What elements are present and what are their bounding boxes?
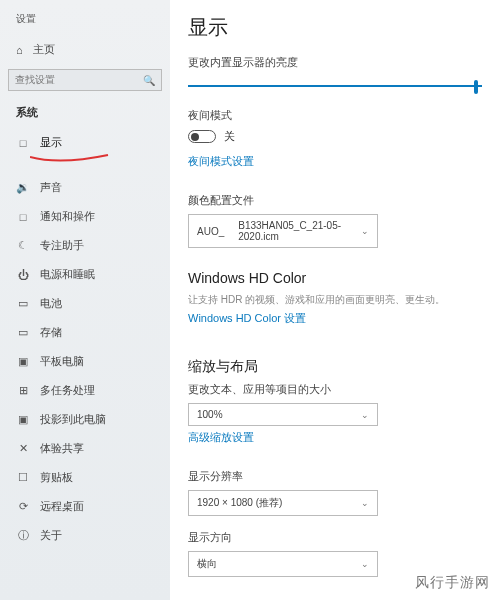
orientation-value: 横向 xyxy=(197,557,217,571)
chevron-down-icon: ⌄ xyxy=(361,559,369,569)
color-profile-label: 颜色配置文件 xyxy=(188,193,482,208)
app-title: 设置 xyxy=(8,8,170,36)
resolution-select[interactable]: 1920 × 1080 (推荐) ⌄ xyxy=(188,490,378,516)
night-mode-toggle[interactable] xyxy=(188,130,216,143)
sidebar-item-focus[interactable]: ☾ 专注助手 xyxy=(8,231,170,260)
home-label: 主页 xyxy=(33,42,55,57)
night-mode-label: 夜间模式 xyxy=(188,108,482,123)
page-title: 显示 xyxy=(188,14,482,41)
about-icon: ⓘ xyxy=(16,528,30,543)
multitask-icon: ⊞ xyxy=(16,384,30,397)
brightness-slider[interactable] xyxy=(188,78,482,94)
sidebar-item-label: 平板电脑 xyxy=(40,354,84,369)
share-icon: ✕ xyxy=(16,442,30,455)
sidebar-item-label: 显示 xyxy=(40,135,62,150)
focus-icon: ☾ xyxy=(16,239,30,252)
home-icon: ⌂ xyxy=(16,44,23,56)
hd-color-desc: 让支持 HDR 的视频、游戏和应用的画面更明亮、更生动。 xyxy=(188,292,482,307)
sidebar-item-tablet[interactable]: ▣ 平板电脑 xyxy=(8,347,170,376)
sidebar-item-label: 远程桌面 xyxy=(40,499,84,514)
main-content: 显示 更改内置显示器的亮度 夜间模式 关 夜间模式设置 颜色配置文件 AUO_ … xyxy=(170,0,500,600)
sidebar-item-sound[interactable]: 🔉 声音 xyxy=(8,173,170,202)
brightness-label: 更改内置显示器的亮度 xyxy=(188,55,482,70)
highlight-underline xyxy=(30,153,170,169)
sidebar-item-about[interactable]: ⓘ 关于 xyxy=(8,521,170,550)
orientation-select[interactable]: 横向 ⌄ xyxy=(188,551,378,577)
scale-value: 100% xyxy=(197,409,223,420)
battery-icon: ▭ xyxy=(16,297,30,310)
sidebar-item-share[interactable]: ✕ 体验共享 xyxy=(8,434,170,463)
scale-select[interactable]: 100% ⌄ xyxy=(188,403,378,426)
color-profile-value: B133HAN05_C_21-05-2020.icm xyxy=(238,220,347,242)
clipboard-icon: ☐ xyxy=(16,471,30,484)
search-placeholder: 查找设置 xyxy=(15,73,55,87)
sidebar-item-label: 体验共享 xyxy=(40,441,84,456)
sidebar-item-label: 电池 xyxy=(40,296,62,311)
hd-color-title: Windows HD Color xyxy=(188,270,482,286)
sidebar-item-label: 关于 xyxy=(40,528,62,543)
sidebar-item-clipboard[interactable]: ☐ 剪贴板 xyxy=(8,463,170,492)
scale-title: 缩放与布局 xyxy=(188,358,482,376)
sidebar-item-label: 投影到此电脑 xyxy=(40,412,106,427)
chevron-down-icon: ⌄ xyxy=(361,498,369,508)
sidebar-item-notifications[interactable]: □ 通知和操作 xyxy=(8,202,170,231)
sidebar-item-project[interactable]: ▣ 投影到此电脑 xyxy=(8,405,170,434)
slider-thumb[interactable] xyxy=(474,80,478,94)
scale-desc: 更改文本、应用等项目的大小 xyxy=(188,382,482,397)
watermark: 风行手游网 xyxy=(415,574,490,592)
sound-icon: 🔉 xyxy=(16,181,30,194)
section-label: 系统 xyxy=(8,101,170,128)
remote-icon: ⟳ xyxy=(16,500,30,513)
sidebar-item-label: 声音 xyxy=(40,180,62,195)
display-icon: □ xyxy=(16,137,30,149)
slider-track xyxy=(188,85,482,87)
night-mode-settings-link[interactable]: 夜间模式设置 xyxy=(188,154,254,169)
hd-color-link[interactable]: Windows HD Color 设置 xyxy=(188,311,306,326)
sidebar-item-label: 剪贴板 xyxy=(40,470,73,485)
chevron-down-icon: ⌄ xyxy=(361,226,369,236)
project-icon: ▣ xyxy=(16,413,30,426)
search-icon: 🔍 xyxy=(143,75,155,86)
sidebar-item-storage[interactable]: ▭ 存储 xyxy=(8,318,170,347)
storage-icon: ▭ xyxy=(16,326,30,339)
home-nav[interactable]: ⌂ 主页 xyxy=(8,36,170,63)
color-profile-select[interactable]: AUO_ B133HAN05_C_21-05-2020.icm ⌄ xyxy=(188,214,378,248)
orientation-label: 显示方向 xyxy=(188,530,482,545)
night-mode-value: 关 xyxy=(224,129,235,144)
sidebar-item-power[interactable]: ⏻ 电源和睡眠 xyxy=(8,260,170,289)
search-input[interactable]: 查找设置 🔍 xyxy=(8,69,162,91)
tablet-icon: ▣ xyxy=(16,355,30,368)
notifications-icon: □ xyxy=(16,211,30,223)
sidebar: 设置 ⌂ 主页 查找设置 🔍 系统 □ 显示 🔉 声音 □ 通知和操作 ☾ 专注… xyxy=(0,0,170,600)
sidebar-item-label: 通知和操作 xyxy=(40,209,95,224)
sidebar-item-label: 多任务处理 xyxy=(40,383,95,398)
sidebar-item-label: 电源和睡眠 xyxy=(40,267,95,282)
sidebar-item-remote[interactable]: ⟳ 远程桌面 xyxy=(8,492,170,521)
chevron-down-icon: ⌄ xyxy=(361,410,369,420)
sidebar-item-battery[interactable]: ▭ 电池 xyxy=(8,289,170,318)
power-icon: ⏻ xyxy=(16,269,30,281)
resolution-value: 1920 × 1080 (推荐) xyxy=(197,496,282,510)
sidebar-item-multitask[interactable]: ⊞ 多任务处理 xyxy=(8,376,170,405)
sidebar-item-label: 存储 xyxy=(40,325,62,340)
sidebar-item-label: 专注助手 xyxy=(40,238,84,253)
resolution-label: 显示分辨率 xyxy=(188,469,482,484)
advanced-scale-link[interactable]: 高级缩放设置 xyxy=(188,430,254,445)
color-profile-prefix: AUO_ xyxy=(197,226,224,237)
toggle-knob xyxy=(191,133,199,141)
